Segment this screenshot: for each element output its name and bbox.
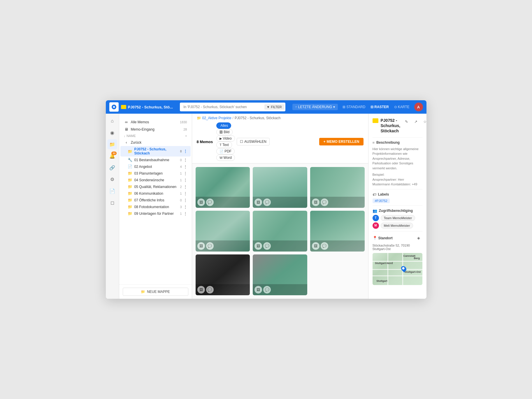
- team-name[interactable]: Meli MemoMeister: [381, 223, 413, 228]
- folder-item-menu[interactable]: ⋮: [184, 165, 187, 169]
- photo-action-2[interactable]: 💬: [263, 198, 271, 206]
- photo-card[interactable]: 🖼 💬: [253, 254, 307, 295]
- photo-action-1[interactable]: 🖼: [312, 242, 319, 250]
- main-layout: ⌂ ◉ 📁 🔔 33 🔗 ⚙ 📄 ◻ ∞ Alle Memos 1830: [106, 114, 426, 299]
- edit-button[interactable]: ✎: [403, 118, 410, 125]
- filter-chip-bild[interactable]: 🖼Bild: [216, 129, 233, 135]
- photo-card[interactable]: 🖼 💬: [253, 211, 307, 252]
- map-road-v1: [387, 253, 388, 285]
- photo-card[interactable]: 🖼 💬: [310, 167, 365, 208]
- beschreibung-text: Hier können wichtige allgemeine Projekti…: [373, 147, 422, 171]
- auswahlen-button[interactable]: ☐ AUSWÄHLEN: [237, 138, 270, 145]
- nav-folders[interactable]: 📁: [107, 139, 117, 149]
- photo-card[interactable]: 🖼 💬: [196, 167, 250, 208]
- folder-item-menu[interactable]: ⋮: [184, 185, 187, 189]
- breadcrumb-link-1[interactable]: 02_Aktive Projekte: [202, 116, 231, 120]
- sidebar-folder-item[interactable]: 📁 03 Planunterlagen 1 ⋮: [120, 170, 191, 177]
- folder-item-menu[interactable]: ⋮: [184, 198, 187, 202]
- filter-chip-video[interactable]: ▶Video: [216, 135, 235, 142]
- team-name[interactable]: Team MemoMeister: [381, 215, 415, 221]
- photo-action-1[interactable]: 🖼: [197, 286, 205, 293]
- sidebar-folder-item[interactable]: 📁 05 Qualität, Reklamationen 2 ⋮: [120, 183, 191, 190]
- folder-item-menu[interactable]: ⋮: [184, 178, 187, 182]
- app-logo[interactable]: [109, 102, 119, 112]
- map-label-ost: Stuttgart-Ost: [405, 270, 421, 273]
- star-button[interactable]: ☆: [421, 118, 426, 125]
- map-road-h2: [373, 269, 422, 270]
- letzte-aenderung-button[interactable]: ↑ LETZTE ÄNDERUNG ▾: [292, 104, 338, 110]
- photo-card[interactable]: 🖼 💬: [253, 167, 307, 208]
- filter-chip-alles[interactable]: Alles: [216, 122, 231, 129]
- view-karte-button[interactable]: ⊙ KARTE: [392, 104, 412, 110]
- map-label-nord: Stuttgart-Nord: [375, 262, 393, 265]
- nav-settings[interactable]: ⚙: [107, 174, 117, 184]
- nav-home[interactable]: ⌂: [107, 116, 117, 126]
- team-member: M Meli MemoMeister: [373, 222, 422, 229]
- sidebar-folder-item[interactable]: 📄 02 Angebot 4 ⋮: [120, 163, 191, 170]
- photo-action-1[interactable]: 🖼: [254, 242, 262, 250]
- nav-docs[interactable]: 📄: [107, 186, 117, 196]
- content-area: 📁 02_Aktive Projekte / PJ0752 - Schurkus…: [192, 114, 368, 299]
- photo-action-1[interactable]: 🖼: [197, 198, 205, 206]
- photo-action-2[interactable]: 💬: [263, 242, 271, 250]
- sidebar-folder-item[interactable]: 🔧 01 Bestandsaufnahme 0 ⋮: [120, 157, 191, 163]
- chip-icon: 📄: [220, 150, 224, 153]
- sidebar-memo-eingang[interactable]: 🖥 Memo-Eingang 28: [120, 126, 191, 133]
- label-chip[interactable]: #PJ0752: [373, 198, 422, 203]
- folder-item-menu[interactable]: ⋮: [184, 191, 187, 196]
- photo-action-2[interactable]: 💬: [206, 198, 214, 206]
- chevron-down-icon: ▾: [333, 105, 335, 109]
- sidebar-selected-folder[interactable]: 📁 PJ0752 - Schurkus, Stöckach 8 ⋮: [120, 146, 191, 157]
- standort-edit-button[interactable]: ◈: [415, 234, 422, 242]
- photo-action-1[interactable]: 🖼: [312, 198, 319, 206]
- filter-chip-word[interactable]: WWord: [216, 154, 235, 161]
- sidebar-folder-item[interactable]: 📁 07 Öffentliche Infos 0 ⋮: [120, 197, 191, 203]
- sidebar-folder-item[interactable]: 📁 09 Unterlagen für Partner 1 ⋮: [120, 210, 191, 217]
- photo-action-2[interactable]: 💬: [263, 286, 271, 293]
- map-container[interactable]: Cannstatt Stuttgart-Nord Berg Stuttgart-…: [373, 253, 422, 285]
- sidebar-all-memos[interactable]: ∞ Alle Memos 1830: [120, 118, 191, 126]
- neue-mappe-button[interactable]: 📁 NEUE MAPPE: [123, 288, 188, 296]
- folder-item-menu[interactable]: ⋮: [184, 158, 187, 162]
- map-road-h3: [373, 275, 422, 276]
- sidebar-folder-item[interactable]: 📁 08 Fotodokumentation 3 ⋮: [120, 203, 191, 210]
- folder-item-icon: 📁: [127, 178, 133, 182]
- top-bar: PJ0752 - Schurkus, Stö... ▼ FILTER ↑ LET…: [106, 100, 426, 114]
- folder-item-icon: 📁: [127, 198, 133, 202]
- photo-action-1[interactable]: 🖼: [254, 198, 262, 206]
- nav-notifications[interactable]: 🔔 33: [107, 151, 117, 161]
- nav-links[interactable]: 🔗: [107, 163, 117, 173]
- photo-action-2[interactable]: 💬: [206, 286, 214, 293]
- sidebar-folder-item[interactable]: 📁 06 Kommunikation 1 ⋮: [120, 190, 191, 197]
- sidebar-back[interactable]: ‹ Zurück: [120, 139, 191, 146]
- auswahlen-icon: ☐: [240, 140, 243, 144]
- photo-card[interactable]: 🖼 💬: [310, 211, 365, 252]
- folder-item-menu[interactable]: ⋮: [184, 205, 187, 209]
- folder-item-menu[interactable]: ⋮: [184, 171, 187, 175]
- nav-extra[interactable]: ◻: [107, 198, 117, 208]
- view-standard-button[interactable]: ⊞ STANDARD: [340, 104, 368, 110]
- filter-chip-text[interactable]: TText: [216, 142, 232, 148]
- user-avatar[interactable]: A: [414, 103, 423, 111]
- photo-action-2[interactable]: 💬: [206, 242, 214, 250]
- filter-chip-pdf[interactable]: 📄PDF: [216, 148, 235, 154]
- photo-action-1[interactable]: 🖼: [197, 242, 205, 250]
- project-header[interactable]: PJ0752 - Schurkus, Stö...: [121, 105, 173, 109]
- share-button[interactable]: ↗: [412, 118, 419, 125]
- folder-item-menu[interactable]: ⋮: [184, 212, 187, 216]
- chip-icon: 🖼: [220, 130, 223, 134]
- nav-projects[interactable]: ◉: [107, 128, 117, 138]
- filter-button[interactable]: ▼ FILTER: [264, 104, 284, 110]
- photo-action-2[interactable]: 💬: [321, 242, 328, 250]
- photo-action-1[interactable]: 🖼: [254, 286, 262, 293]
- folder-menu-icon[interactable]: ⋮: [184, 149, 187, 153]
- divider-3: [373, 205, 422, 206]
- view-raster-button[interactable]: ⊟ RASTER: [368, 104, 391, 110]
- photo-action-2[interactable]: 💬: [321, 198, 328, 206]
- all-memos-count: 1830: [180, 120, 187, 124]
- photo-card[interactable]: 🖼 💬: [196, 254, 250, 295]
- photo-card[interactable]: 🖼 💬: [196, 211, 250, 252]
- memo-erstellen-button[interactable]: + MEMO ERSTELLEN: [319, 138, 363, 145]
- search-container: ▼ FILTER: [180, 103, 285, 111]
- sidebar-folder-item[interactable]: 📁 04 Sonderwünsche 1 ⋮: [120, 177, 191, 183]
